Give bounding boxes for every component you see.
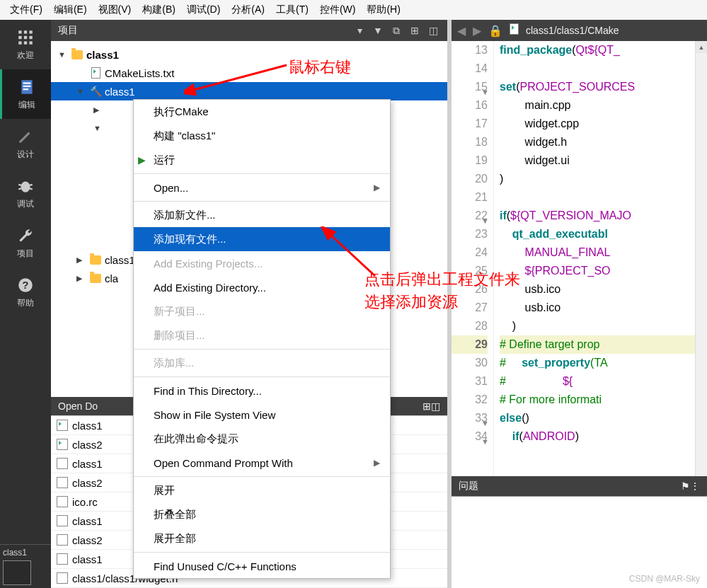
lock-icon[interactable]: 🔒 — [488, 24, 502, 38]
cm-new-subproject: 新子项目... — [134, 299, 390, 323]
mode-welcome[interactable]: 欢迎 — [0, 20, 51, 69]
wrench-icon — [16, 226, 35, 245]
tree-target-label: class1 — [105, 86, 135, 98]
expand-icon[interactable]: ▶ — [76, 274, 86, 283]
mode-design[interactable]: 设计 — [0, 119, 51, 168]
editor-file-path[interactable]: class1/class1/CMake — [526, 25, 619, 36]
menu-build[interactable]: 构建(B) — [137, 1, 181, 18]
tree-root[interactable]: ▼ class1 — [51, 45, 447, 64]
file-icon — [57, 477, 68, 488]
tree-cmake-label: CMakeLists.txt — [105, 67, 174, 79]
cm-show-filesystem[interactable]: Show in File System View — [134, 403, 390, 427]
file-icon — [57, 534, 68, 546]
cm-find-in-dir[interactable]: Find in This Directory... — [134, 379, 390, 403]
code-editor[interactable]: 131415▼16171819202122▼232425262728293031… — [452, 41, 707, 476]
problems-header: 问题 ⚑ ⋮ — [452, 476, 707, 496]
monitor-icon — [3, 560, 31, 585]
back-icon[interactable]: ◀ — [457, 24, 466, 38]
project-pane-title: 项目 — [58, 24, 348, 37]
split-icon[interactable]: ◫ — [431, 400, 440, 412]
separator — [134, 173, 390, 174]
forward-icon[interactable]: ▶ — [473, 24, 481, 38]
expand-icon[interactable]: ▶ — [76, 255, 86, 265]
svg-rect-11 — [23, 85, 30, 86]
problems-title: 问题 — [459, 480, 681, 492]
pencil-icon — [16, 127, 35, 146]
add-icon[interactable]: ⊞ — [423, 400, 431, 412]
file-icon — [57, 572, 68, 584]
menu-icon[interactable]: ⋮ — [690, 480, 700, 492]
build-selector[interactable]: class1 — [0, 544, 51, 588]
mode-help[interactable]: ? 帮助 — [0, 267, 51, 317]
add-icon[interactable]: ⊞ — [408, 23, 422, 38]
scroll-up-icon[interactable]: ▲ — [696, 41, 707, 53]
separator — [134, 476, 390, 477]
file-icon — [57, 458, 68, 469]
split-icon[interactable]: ◫ — [426, 23, 440, 38]
cm-expand-all[interactable]: 展开全部 — [134, 526, 390, 550]
cm-expand[interactable]: 展开 — [134, 478, 390, 502]
cm-open-terminal[interactable]: 在此弹出命令提示 — [134, 427, 390, 451]
svg-line-17 — [29, 188, 32, 189]
tree-item-label: class1 — [105, 254, 135, 266]
source-view[interactable]: find_package(Qt${QT_set(PROJECT_SOURCES … — [494, 41, 695, 476]
menu-edit[interactable]: 编辑(E) — [48, 1, 93, 18]
cm-add-existing-file[interactable]: 添加现有文件... — [134, 227, 390, 251]
cm-add-new-file[interactable]: 添加新文件... — [134, 203, 390, 227]
collapse-icon[interactable]: ▼ — [58, 50, 68, 59]
menu-bar[interactable]: 文件(F) 编辑(E) 视图(V) 构建(B) 调试(D) 分析(A) 工具(T… — [0, 0, 707, 20]
collapse-icon[interactable]: ▼ — [76, 87, 86, 96]
mode-debug[interactable]: 调试 — [0, 168, 51, 218]
filter-icon[interactable]: ▼ — [371, 23, 385, 38]
cmake-file-icon — [91, 67, 100, 79]
build-target-label: class1 — [3, 548, 48, 558]
separator — [134, 201, 390, 202]
collapse-icon[interactable]: ▼ — [93, 124, 103, 132]
menu-widgets[interactable]: 控件(W) — [314, 1, 362, 18]
hammer-icon: 🔨 — [89, 85, 102, 98]
cm-open-cmd-prompt[interactable]: Open Command Prompt With▶ — [134, 451, 390, 475]
dropdown-icon[interactable]: ▾ — [352, 23, 367, 38]
expand-icon[interactable]: ▶ — [93, 105, 103, 115]
file-icon — [57, 515, 68, 526]
svg-rect-5 — [29, 35, 32, 38]
svg-line-15 — [29, 184, 32, 185]
cm-run-cmake[interactable]: 执行CMake — [134, 100, 390, 124]
cm-add-existing-dir[interactable]: Add Existing Directory... — [134, 275, 390, 299]
svg-rect-7 — [24, 41, 27, 44]
separator — [134, 349, 390, 350]
cm-find-unused[interactable]: Find Unused C/C++ Functions — [134, 554, 390, 578]
submenu-arrow-icon: ▶ — [374, 183, 380, 192]
cm-open[interactable]: Open...▶ — [134, 175, 390, 200]
svg-rect-2 — [29, 30, 32, 33]
line-gutter[interactable]: 131415▼16171819202122▼232425262728293031… — [452, 41, 494, 476]
cm-collapse-all[interactable]: 折叠全部 — [134, 502, 390, 526]
tree-item-label: cla — [105, 272, 118, 284]
menu-tools[interactable]: 工具(T) — [270, 1, 314, 18]
cm-build[interactable]: 构建 "class1" — [134, 124, 390, 148]
svg-line-14 — [18, 184, 21, 185]
mode-design-label: 设计 — [17, 149, 34, 161]
file-icon — [57, 439, 68, 450]
svg-text:?: ? — [22, 279, 28, 291]
context-menu[interactable]: 执行CMake 构建 "class1" ▶运行 Open...▶ 添加新文件..… — [133, 99, 391, 579]
vertical-scrollbar[interactable]: ▲ — [695, 41, 707, 476]
document-icon — [18, 78, 36, 96]
cm-run[interactable]: ▶运行 — [134, 148, 390, 172]
tree-cmake-file[interactable]: CMakeLists.txt — [51, 64, 447, 82]
file-icon — [57, 553, 68, 565]
menu-file[interactable]: 文件(F) — [4, 1, 48, 18]
menu-debug[interactable]: 调试(D) — [181, 1, 226, 18]
mode-edit[interactable]: 编辑 — [0, 69, 51, 119]
filter-icon[interactable]: ⚑ — [681, 480, 690, 492]
menu-view[interactable]: 视图(V) — [93, 1, 137, 18]
grid-icon — [16, 28, 35, 47]
svg-rect-12 — [23, 88, 28, 90]
menu-help[interactable]: 帮助(H) — [361, 1, 406, 18]
tree-target-class1[interactable]: ▼ 🔨 class1 — [51, 82, 447, 100]
svg-line-16 — [18, 188, 21, 189]
mode-project[interactable]: 项目 — [0, 218, 51, 267]
bug-icon — [16, 177, 35, 195]
menu-analyze[interactable]: 分析(A) — [226, 1, 270, 18]
link-icon[interactable]: ⧉ — [389, 23, 403, 38]
